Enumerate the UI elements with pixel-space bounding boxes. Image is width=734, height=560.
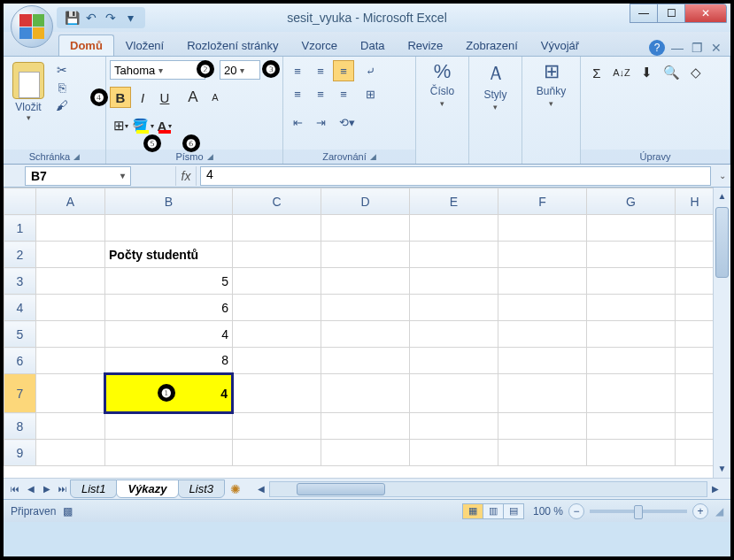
cell-A4[interactable]: [36, 295, 105, 321]
name-box[interactable]: B7▾: [25, 166, 131, 186]
row-header-2[interactable]: 2: [4, 242, 36, 268]
col-header-H[interactable]: H: [676, 188, 715, 215]
cell-E9[interactable]: [410, 440, 498, 466]
col-header-C[interactable]: C: [233, 188, 321, 215]
cell-F9[interactable]: [498, 440, 587, 466]
cell-C1[interactable]: [233, 215, 321, 242]
clipboard-launcher[interactable]: ◢: [73, 152, 80, 161]
find-button[interactable]: 🔍: [661, 62, 682, 83]
mdi-close[interactable]: ✕: [709, 41, 723, 55]
cell-D3[interactable]: [321, 268, 410, 295]
cell-E8[interactable]: [410, 413, 498, 440]
cell-G2[interactable]: [587, 242, 676, 268]
cell-F5[interactable]: [498, 321, 587, 348]
decrease-indent[interactable]: ⇤: [287, 111, 308, 133]
cell-D9[interactable]: [321, 440, 410, 466]
sheet-tab-vykazy[interactable]: Výkazy: [116, 479, 178, 498]
sort-filter-button[interactable]: A↓Z: [611, 62, 632, 83]
zoom-slider[interactable]: [590, 510, 687, 513]
view-page-break[interactable]: ▤: [503, 503, 524, 519]
tab-vyvojar[interactable]: Vývojář: [529, 35, 591, 56]
cell-A7[interactable]: [36, 374, 105, 413]
view-page-layout[interactable]: ▥: [483, 503, 504, 519]
save-button[interactable]: 💾: [64, 10, 80, 26]
cell-F1[interactable]: [498, 215, 587, 242]
tab-rozlozeni[interactable]: Rozložení stránky: [175, 35, 290, 56]
scroll-down-arrow[interactable]: ▼: [714, 460, 730, 478]
cell-E3[interactable]: [410, 268, 498, 295]
undo-button[interactable]: ↶: [83, 10, 99, 26]
sheet-tab-list1[interactable]: List1: [70, 479, 117, 498]
cell-H8[interactable]: [676, 413, 715, 440]
tab-vzorce[interactable]: Vzorce: [290, 35, 349, 56]
help-button[interactable]: ?: [649, 40, 665, 56]
cell-C2[interactable]: [233, 242, 321, 268]
resize-grip[interactable]: ◢: [715, 505, 723, 518]
cell-F8[interactable]: [498, 413, 587, 440]
cell-F3[interactable]: [498, 268, 587, 295]
align-left[interactable]: ≡: [287, 83, 308, 104]
horizontal-scrollbar[interactable]: ◀ ▶: [253, 481, 723, 497]
cell-C6[interactable]: [233, 348, 321, 374]
tab-nav-last[interactable]: ⏭: [55, 481, 71, 497]
tab-nav-first[interactable]: ⏮: [7, 481, 23, 497]
row-header-6[interactable]: 6: [4, 348, 36, 374]
tab-domu[interactable]: Domů: [58, 35, 114, 56]
cell-D7[interactable]: [321, 374, 410, 413]
align-right[interactable]: ≡: [333, 83, 354, 104]
fill-button[interactable]: ⬇: [636, 62, 657, 83]
mdi-restore[interactable]: ❐: [690, 41, 704, 55]
row-header-7[interactable]: 7: [4, 374, 36, 413]
cell-G5[interactable]: [587, 321, 676, 348]
cell-E6[interactable]: [410, 348, 498, 374]
cell-H2[interactable]: [676, 242, 715, 268]
macro-record-button[interactable]: ▩: [63, 505, 73, 518]
cell-D8[interactable]: [321, 413, 410, 440]
expand-formula-bar[interactable]: ⌄: [715, 171, 730, 180]
cell-G7[interactable]: [587, 374, 676, 413]
increase-indent[interactable]: ⇥: [310, 111, 331, 133]
cell-F2[interactable]: [498, 242, 587, 268]
font-launcher[interactable]: ◢: [207, 152, 213, 161]
qat-dropdown[interactable]: ▾: [122, 10, 138, 26]
row-header-5[interactable]: 5: [4, 321, 36, 348]
align-center[interactable]: ≡: [310, 83, 331, 104]
number-label[interactable]: Číslo: [430, 85, 454, 97]
cell-E4[interactable]: [410, 295, 498, 321]
font-size-combo[interactable]: 20▾: [220, 60, 260, 80]
tab-zobrazeni[interactable]: Zobrazení: [454, 35, 529, 56]
close-button[interactable]: ✕: [684, 4, 727, 23]
paste-icon[interactable]: [12, 62, 44, 99]
cell-H1[interactable]: [676, 215, 715, 242]
row-header-4[interactable]: 4: [4, 295, 36, 321]
cell-C7[interactable]: [233, 374, 321, 413]
shrink-font-button[interactable]: A: [205, 87, 226, 108]
bold-button[interactable]: B: [110, 87, 131, 108]
row-header-1[interactable]: 1: [4, 215, 36, 242]
cell-A6[interactable]: [36, 348, 105, 374]
cell-C8[interactable]: [233, 413, 321, 440]
cell-A2[interactable]: [36, 242, 105, 268]
tab-data[interactable]: Data: [349, 35, 396, 56]
cell-E2[interactable]: [410, 242, 498, 268]
select-all-corner[interactable]: [4, 188, 36, 215]
cell-H6[interactable]: [676, 348, 715, 374]
tab-nav-next[interactable]: ▶: [39, 481, 55, 497]
cut-button[interactable]: ✂: [53, 62, 71, 78]
cell-C3[interactable]: [233, 268, 321, 295]
cell-G3[interactable]: [587, 268, 676, 295]
row-header-3[interactable]: 3: [4, 268, 36, 295]
cell-A9[interactable]: [36, 440, 105, 466]
cell-D6[interactable]: [321, 348, 410, 374]
align-bottom[interactable]: ≡: [333, 60, 354, 81]
hscroll-thumb[interactable]: [297, 483, 385, 495]
cell-H9[interactable]: [676, 440, 715, 466]
tab-nav-prev[interactable]: ◀: [23, 481, 39, 497]
underline-button[interactable]: U: [154, 87, 175, 108]
alignment-launcher[interactable]: ◢: [370, 152, 376, 161]
cells-icon[interactable]: ⊞: [544, 60, 560, 83]
cell-B2[interactable]: Počty studentů: [105, 242, 233, 268]
office-button[interactable]: [11, 5, 53, 48]
cell-C9[interactable]: [233, 440, 321, 466]
col-header-E[interactable]: E: [410, 188, 498, 215]
